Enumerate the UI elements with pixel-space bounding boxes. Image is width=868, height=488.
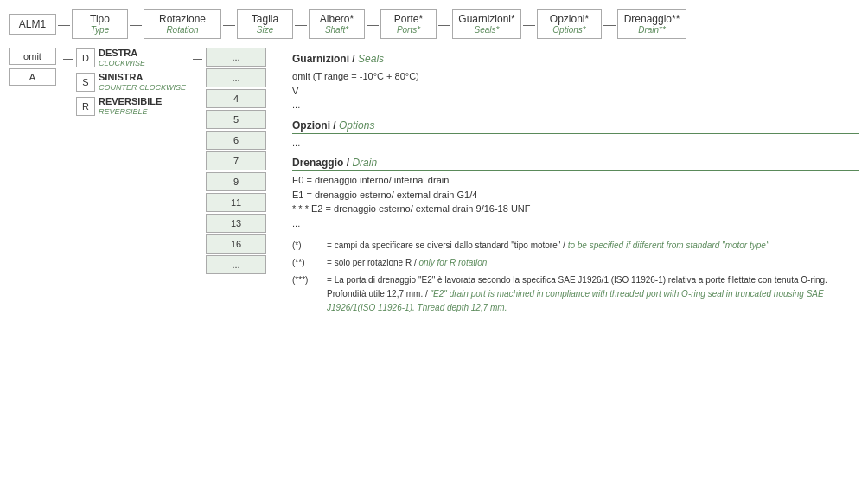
opzioni-title-en: Options xyxy=(339,119,374,132)
rot-desc-s: Sinistra Counter Clockwise xyxy=(99,72,186,93)
connector-8: — xyxy=(602,17,617,31)
rot-letter-s: S xyxy=(76,73,95,92)
rotazione-row-s: S Sinistra Counter Clockwise xyxy=(76,72,186,93)
drenaggio-line-2: * * * E2 = drenaggio esterno/ external d… xyxy=(292,202,859,216)
mid-connector: — xyxy=(63,46,73,63)
drenaggio-content: E0 = drenaggio interno/ internal drain E… xyxy=(292,173,859,230)
rotazione-row-r: R Reversibile Reversible xyxy=(76,96,186,117)
header-taglia-sub: Size xyxy=(257,25,273,35)
footnote-tstar: (***) = La porta di drenaggio "E2" è lav… xyxy=(292,273,859,315)
taglia-13: 13 xyxy=(206,214,266,233)
rot-main-d: Destra xyxy=(99,48,145,59)
connector-5: — xyxy=(365,17,380,31)
header-albero: Albero* Shaft* xyxy=(309,9,365,39)
header-opzioni-sub: Options* xyxy=(552,25,585,35)
connector-4: — xyxy=(293,17,309,31)
guarnizioni-title: Guarnizioni / Seals xyxy=(292,53,859,67)
drenaggio-line-3: ... xyxy=(292,216,859,231)
guarnizioni-line-1: V xyxy=(292,84,859,99)
header-guarnizioni-sub: Seals* xyxy=(475,25,500,35)
header-opzioni: Opzioni* Options* xyxy=(537,9,602,39)
header-albero-label: Albero* xyxy=(320,13,354,25)
footnotes: (*) = campi da specificare se diversi da… xyxy=(292,239,859,315)
header-porte-sub: Ports* xyxy=(397,25,420,35)
rotazione-column: D Destra Clockwise S Sinistra Counter Cl… xyxy=(76,46,186,120)
header-porte-label: Porte* xyxy=(394,13,423,25)
header-drenaggio-label: Drenaggio** xyxy=(624,13,680,25)
guarnizioni-line-0: omit (T range = -10°C + 80°C) xyxy=(292,69,859,84)
connector-6: — xyxy=(437,17,452,31)
header-rotazione-sub: Rotation xyxy=(166,25,198,35)
footnote-star-value: = campi da specificare se diversi dallo … xyxy=(327,239,859,253)
drenaggio-line-0: E0 = drenaggio interno/ internal drain xyxy=(292,173,859,188)
taglia-4: 4 xyxy=(206,89,266,108)
opzioni-line-0: ... xyxy=(292,136,859,151)
header-taglia: Taglia Size xyxy=(237,9,293,39)
connector-3: — xyxy=(221,17,237,31)
header-row: ALM1 — Tipo Type — Rotazione Rotation — … xyxy=(9,9,859,39)
tipo-a: A xyxy=(9,68,56,86)
header-drenaggio-sub: Drain** xyxy=(638,25,666,35)
taglia-column: ... ... 4 5 6 7 9 11 13 16 ... xyxy=(206,46,266,274)
header-guarnizioni-label: Guarnizioni* xyxy=(458,13,514,25)
header-tipo: Tipo Type xyxy=(72,9,128,39)
taglia-9: 9 xyxy=(206,172,266,191)
footnote-tstar-key: (***) xyxy=(292,273,327,315)
taglia-dots-3: ... xyxy=(206,255,266,274)
drenaggio-title: Drenaggio / Drain xyxy=(292,157,859,171)
connector-2: — xyxy=(128,17,144,31)
mid-connector-2: — xyxy=(193,46,202,63)
taglia-6: 6 xyxy=(206,131,266,150)
content-row: omit A — D Destra Clockwise S Sinistra C… xyxy=(9,46,859,318)
header-tipo-sub: Type xyxy=(91,25,110,35)
drenaggio-title-en: Drain xyxy=(352,157,377,169)
taglia-5: 5 xyxy=(206,110,266,129)
rot-sub-d: Clockwise xyxy=(99,59,145,68)
taglia-16: 16 xyxy=(206,234,266,254)
header-opzioni-label: Opzioni* xyxy=(550,13,589,25)
guarnizioni-content: omit (T range = -10°C + 80°C) V ... xyxy=(292,69,859,112)
header-taglia-label: Taglia xyxy=(252,13,278,25)
taglia-dots-2: ... xyxy=(206,68,266,87)
footnote-dstar-value: = solo per rotazione R / only for R rota… xyxy=(327,256,859,270)
connector-7: — xyxy=(521,17,537,31)
footnote-dstar-key: (**) xyxy=(292,256,327,270)
footnote-tstar-value: = La porta di drenaggio "E2" è lavorata … xyxy=(327,273,859,315)
rot-letter-d: D xyxy=(76,48,95,67)
header-tipo-label: Tipo xyxy=(90,13,110,25)
rot-sub-r: Reversible xyxy=(99,107,162,117)
main-container: ALM1 — Tipo Type — Rotazione Rotation — … xyxy=(9,9,859,318)
rot-desc-d: Destra Clockwise xyxy=(99,48,145,68)
footnote-star-en: to be specified if different from standa… xyxy=(568,241,769,250)
header-guarnizioni: Guarnizioni* Seals* xyxy=(452,9,521,39)
header-rotazione-label: Rotazione xyxy=(159,13,206,25)
opzioni-title-it: Opzioni / xyxy=(292,119,336,132)
header-rotazione: Rotazione Rotation xyxy=(144,9,221,39)
tipo-column: omit A xyxy=(9,46,56,86)
right-panel: Guarnizioni / Seals omit (T range = -10°… xyxy=(275,46,859,318)
rotazione-row-d: D Destra Clockwise xyxy=(76,48,186,68)
guarnizioni-title-en: Seals xyxy=(358,53,384,65)
drenaggio-line-1: E1 = drenaggio esterno/ external drain G… xyxy=(292,188,859,202)
rot-main-s: Sinistra xyxy=(99,72,186,83)
footnote-star-it: = campi da specificare se diversi dallo … xyxy=(327,241,565,250)
footnote-star-key: (*) xyxy=(292,239,327,253)
guarnizioni-line-2: ... xyxy=(292,98,859,112)
rot-desc-r: Reversibile Reversible xyxy=(99,96,162,117)
tipo-omit: omit xyxy=(9,48,56,65)
taglia-7: 7 xyxy=(206,151,266,170)
footnote-dstar-en: only for R rotation xyxy=(418,258,487,267)
rot-main-r: Reversibile xyxy=(99,96,162,107)
opzioni-title: Opzioni / Options xyxy=(292,119,859,134)
header-porte: Porte* Ports* xyxy=(380,9,437,39)
taglia-dots-1: ... xyxy=(206,48,266,67)
guarnizioni-title-it: Guarnizioni / xyxy=(292,53,355,65)
footnote-dstar-it: = solo per rotazione R / xyxy=(327,258,417,267)
header-alm1: ALM1 xyxy=(9,14,56,35)
header-alm1-label: ALM1 xyxy=(19,18,46,30)
connector-1: — xyxy=(56,17,72,31)
opzioni-content: ... xyxy=(292,136,859,151)
header-albero-sub: Shaft* xyxy=(325,25,348,35)
header-drenaggio: Drenaggio** Drain** xyxy=(617,9,686,39)
footnote-star: (*) = campi da specificare se diversi da… xyxy=(292,239,859,253)
